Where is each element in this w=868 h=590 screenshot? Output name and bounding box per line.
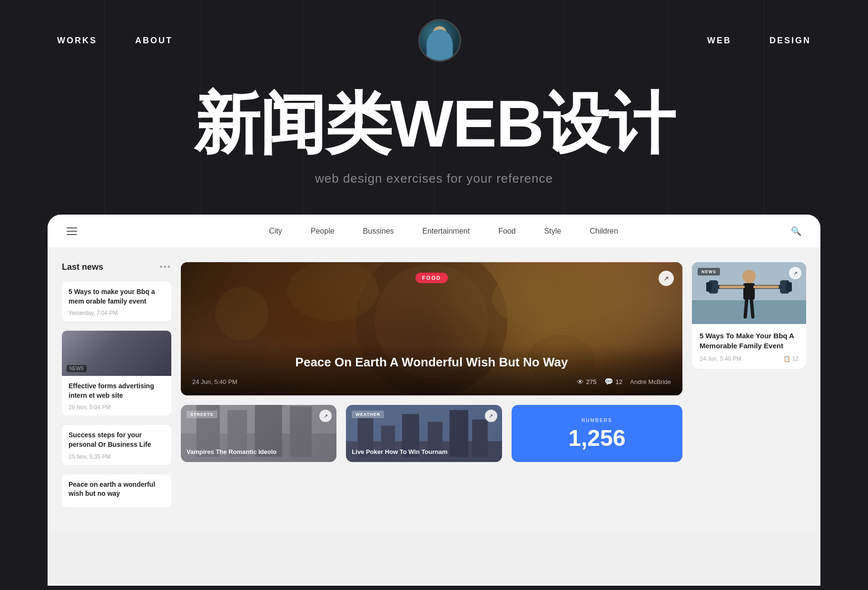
svg-rect-28 <box>706 282 712 292</box>
sidebar-news-time: Yesterday, 7:04 PM <box>69 310 165 316</box>
comment-icon: 💬 <box>604 377 613 386</box>
weather-tag: WEATHER <box>352 411 384 418</box>
hero-title: 新闻类WEB设计 <box>0 90 868 157</box>
svg-line-34 <box>745 300 747 317</box>
numbers-card: NUMBERS 1,256 <box>512 405 682 462</box>
hamburger-line-3 <box>67 234 77 235</box>
featured-title: Peace On Earth A Wonderful Wish But No W… <box>192 354 671 371</box>
hero-nav-right: WEB DESIGN <box>707 36 811 46</box>
svg-point-6 <box>215 287 268 340</box>
numbers-value: 1,256 <box>568 427 625 450</box>
hero-subtitle: web design exercises for your reference <box>0 171 868 186</box>
nav-children[interactable]: Children <box>590 227 618 236</box>
nav-style[interactable]: Style <box>544 227 562 236</box>
views-count: 275 <box>586 378 597 385</box>
right-article-tag: NEWS <box>698 268 720 275</box>
svg-point-30 <box>742 270 756 283</box>
svg-rect-29 <box>786 282 792 292</box>
sidebar-news-item[interactable]: NEWS Effective forms advertising intern … <box>62 331 171 415</box>
nav-link-web[interactable]: WEB <box>707 36 731 46</box>
sidebar-more-button[interactable]: ••• <box>159 262 171 272</box>
sidebar-news-title: Success steps for your personal Or Busin… <box>69 431 165 449</box>
card-nav-links: City People Bussines Entertainment Food … <box>96 227 791 236</box>
nav-entertainment[interactable]: Entertainment <box>423 227 470 236</box>
svg-point-2 <box>287 262 379 321</box>
featured-article[interactable]: FOOD ↗ Peace On Earth A Wonderful Wish B… <box>181 262 682 395</box>
featured-date: 24 Jun, 5:40 PM <box>192 378 237 385</box>
weather-title: Live Poker How To Win Tournam <box>352 448 496 456</box>
nav-city[interactable]: City <box>269 227 282 236</box>
right-article-content: 5 Ways To Make Your Bbq A Memorable Fami… <box>692 324 806 369</box>
featured-tag: FOOD <box>415 273 448 283</box>
sidebar-news-time: 25 Nov, 5:35 PM <box>69 453 165 460</box>
svg-rect-24 <box>692 300 806 324</box>
sidebar-title: Last news <box>62 262 103 272</box>
comments-count: 12 <box>616 378 622 385</box>
sidebar: Last news ••• 5 Ways to make your Bbq a … <box>62 262 171 517</box>
sidebar-news-item[interactable]: 5 Ways to make your Bbq a mem orable fam… <box>62 282 171 321</box>
bottom-row: STREETS ↗ Vampires The Romantic Ideolo <box>181 405 682 462</box>
streets-title: Vampires The Romantic Ideolo <box>187 448 331 456</box>
nav-food[interactable]: Food <box>498 227 515 236</box>
nav-link-works[interactable]: WORKS <box>57 36 97 46</box>
svg-line-35 <box>751 300 753 317</box>
right-article-share-button[interactable]: ↗ <box>789 267 801 279</box>
hero-navigation: WORKS ABOUT WEB DESIGN <box>0 19 868 62</box>
right-comments-count: 12 <box>792 355 799 362</box>
featured-meta: 24 Jun, 5:40 PM 👁 275 💬 12 Andre M <box>192 377 671 386</box>
numbers-label: NUMBERS <box>582 418 612 423</box>
main-content: FOOD ↗ Peace On Earth A Wonderful Wish B… <box>181 262 682 517</box>
right-article-meta: 24 Jun, 5:40 PM 📋 12 <box>700 355 799 362</box>
right-sidebar: NEWS ↗ 5 Ways To Make Your Bbq A Memorab… <box>692 262 806 517</box>
nav-people[interactable]: People <box>311 227 335 236</box>
featured-stats: 👁 275 💬 12 Andre McBride <box>577 377 671 386</box>
views-stat: 👁 275 <box>577 378 597 386</box>
sidebar-news-title: Effective forms advertising intern et we… <box>69 382 165 400</box>
comment-icon-small: 📋 <box>783 355 790 362</box>
content-area: Last news ••• 5 Ways to make your Bbq a … <box>48 248 820 531</box>
right-article-date: 24 Jun, 5:40 PM <box>700 355 741 362</box>
hamburger-line-2 <box>67 231 77 232</box>
featured-date-text: 24 Jun, 5:40 PM <box>192 378 237 385</box>
svg-rect-31 <box>743 283 755 300</box>
streets-card[interactable]: STREETS ↗ Vampires The Romantic Ideolo <box>181 405 336 462</box>
sidebar-news-item[interactable]: Peace on earth a wonderful wish but no w… <box>62 474 171 507</box>
sidebar-news-badge: NEWS <box>67 365 87 372</box>
hamburger-line-1 <box>67 227 77 228</box>
card-nav: City People Bussines Entertainment Food … <box>48 215 820 248</box>
streets-tag: STREETS <box>187 411 217 418</box>
featured-share-button[interactable]: ↗ <box>659 271 674 286</box>
right-article-image: NEWS ↗ <box>692 262 806 324</box>
comments-stat: 💬 12 <box>604 377 622 386</box>
sidebar-news-title: Peace on earth a wonderful wish but no w… <box>69 480 165 499</box>
main-card: City People Bussines Entertainment Food … <box>48 215 820 586</box>
sidebar-news-item[interactable]: Success steps for your personal Or Busin… <box>62 425 171 464</box>
right-article[interactable]: NEWS ↗ 5 Ways To Make Your Bbq A Memorab… <box>692 262 806 369</box>
nav-link-about[interactable]: ABOUT <box>135 36 173 46</box>
hero-nav-left: WORKS ABOUT <box>57 36 173 46</box>
nav-link-design[interactable]: DESIGN <box>769 36 811 46</box>
svg-point-3 <box>493 272 569 325</box>
avatar[interactable] <box>418 19 461 62</box>
search-icon[interactable]: 🔍 <box>791 226 801 236</box>
sidebar-news-time: 26 Nov, 5:04 PM <box>69 404 165 411</box>
sidebar-news-title: 5 Ways to make your Bbq a mem orable fam… <box>69 287 165 306</box>
hamburger-menu[interactable] <box>67 227 77 235</box>
nav-bussines[interactable]: Bussines <box>363 227 394 236</box>
right-article-comments: 📋 12 <box>783 355 799 362</box>
weather-card[interactable]: WEATHER ↗ Live Poker How To Win Tournam <box>346 405 502 462</box>
eye-icon: 👁 <box>577 378 584 386</box>
right-article-title: 5 Ways To Make Your Bbq A Memorable Fami… <box>700 331 799 351</box>
featured-author: Andre McBride <box>630 378 671 385</box>
featured-content: Peace On Earth A Wonderful Wish But No W… <box>181 345 682 395</box>
weather-share-button[interactable]: ↗ <box>485 410 497 422</box>
sidebar-header: Last news ••• <box>62 262 171 272</box>
